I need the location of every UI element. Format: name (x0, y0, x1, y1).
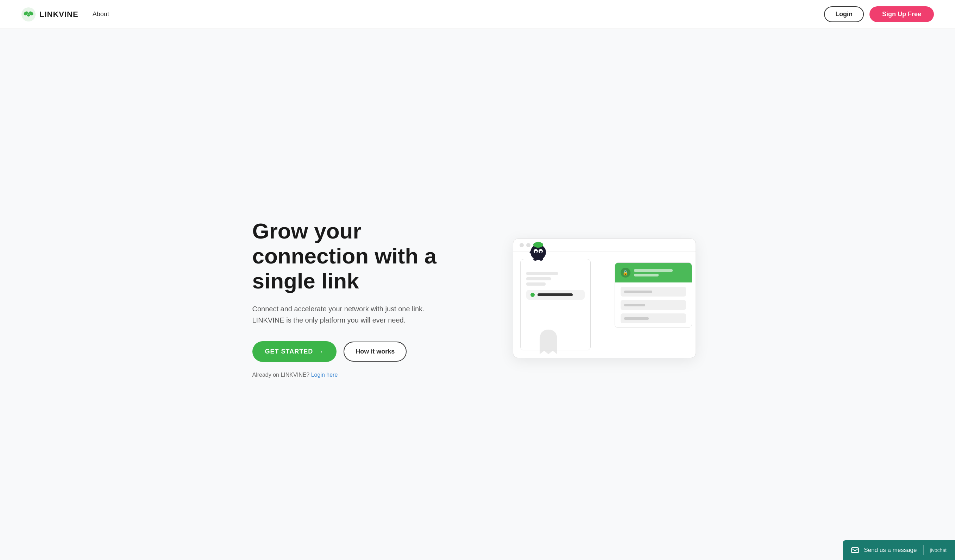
text-line-3 (526, 282, 546, 285)
chat-widget-divider (923, 545, 924, 555)
how-it-works-button[interactable]: How it works (344, 342, 407, 362)
hero-login-prompt: Already on LINKVINE? Login here (252, 372, 457, 378)
svg-point-7 (29, 14, 30, 14)
svg-rect-29 (852, 548, 858, 552)
text-line-2 (526, 277, 551, 280)
nav-about[interactable]: About (92, 11, 109, 18)
text-line-1 (526, 272, 558, 275)
card-right-lock-icon: 🔒 (621, 268, 631, 278)
browser-dot-1 (520, 243, 524, 247)
card-right-item-line-3 (624, 317, 649, 320)
monster-right-area (669, 262, 688, 264)
card-right-item-line-1 (624, 290, 652, 293)
svg-point-14 (536, 242, 541, 246)
card-right-item-1 (621, 287, 686, 296)
card-right-lines (634, 269, 673, 276)
svg-point-6 (28, 14, 28, 14)
arrow-icon: → (316, 348, 324, 356)
monster-left-icon (528, 240, 549, 261)
svg-point-27 (674, 262, 678, 263)
monster-right-icon (669, 262, 688, 263)
card-link-row (526, 290, 585, 300)
hero-subtitle: Connect and accelerate your network with… (252, 303, 428, 326)
navbar-left: LINKVINE About (21, 7, 109, 22)
card-right-line-short (634, 274, 659, 276)
ghost-icon (534, 328, 562, 356)
svg-point-3 (27, 13, 30, 17)
link-line (537, 293, 573, 296)
get-started-button[interactable]: GET STARTED → (252, 341, 337, 362)
browser-content: 🔒 (513, 252, 695, 357)
card-right: 🔒 (615, 262, 692, 328)
hero-content: Grow your connection with a single link … (252, 218, 457, 379)
hero-login-link[interactable]: Login here (311, 372, 338, 378)
svg-point-12 (540, 251, 542, 253)
hero-container: Grow your connection with a single link … (231, 29, 724, 560)
chat-widget-mail-icon (851, 546, 859, 554)
card-right-item-line-2 (624, 304, 645, 306)
logo-text: LINKVINE (39, 10, 78, 19)
link-dot (531, 293, 535, 297)
login-button[interactable]: Login (824, 6, 864, 22)
card-right-line-long (634, 269, 673, 272)
card-right-body (615, 282, 692, 328)
hero-title: Grow your connection with a single link (252, 218, 457, 294)
navbar-right: Login Sign Up Free (824, 6, 934, 22)
navbar: LINKVINE About Login Sign Up Free (0, 0, 955, 29)
svg-point-11 (535, 251, 537, 253)
signup-button[interactable]: Sign Up Free (869, 6, 934, 22)
chat-widget-label: Send us a message (864, 547, 917, 554)
svg-point-28 (679, 262, 683, 263)
svg-point-16 (533, 258, 537, 261)
chat-widget-brand: jivochat (930, 548, 947, 553)
card-right-header: 🔒 (615, 263, 692, 282)
linkvine-logo-icon (21, 7, 36, 22)
card-right-item-2 (621, 300, 686, 310)
get-started-label: GET STARTED (265, 348, 313, 355)
monster-left-area (528, 240, 549, 262)
hero-illustration: 🔒 (506, 239, 703, 358)
browser-mockup: 🔒 (513, 239, 696, 358)
hero-buttons: GET STARTED → How it works (252, 341, 457, 362)
chat-widget[interactable]: Send us a message jivochat (843, 540, 955, 560)
ghost-decoration (534, 328, 562, 357)
hero-section: Grow your connection with a single link … (0, 29, 955, 560)
card-left-content (526, 272, 585, 300)
logo[interactable]: LINKVINE (21, 7, 78, 22)
card-right-item-3 (621, 314, 686, 323)
svg-point-17 (539, 258, 543, 261)
card-left-text (526, 272, 585, 285)
